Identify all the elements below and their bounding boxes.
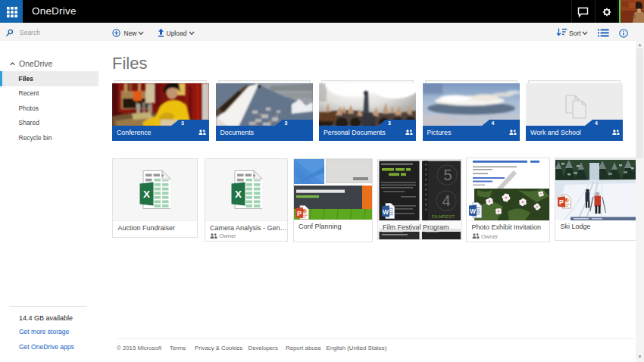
svg-text:X: X	[143, 189, 150, 200]
svg-text:X: X	[234, 189, 241, 200]
svg-text:P: P	[296, 209, 301, 217]
svg-text:P: P	[559, 198, 564, 206]
svg-text:W: W	[469, 208, 476, 215]
svg-text:FILMFEST: FILMFEST	[432, 213, 455, 218]
svg-text:W: W	[382, 208, 389, 215]
svg-text:4: 4	[442, 192, 450, 209]
svg-text:5: 5	[443, 167, 452, 183]
